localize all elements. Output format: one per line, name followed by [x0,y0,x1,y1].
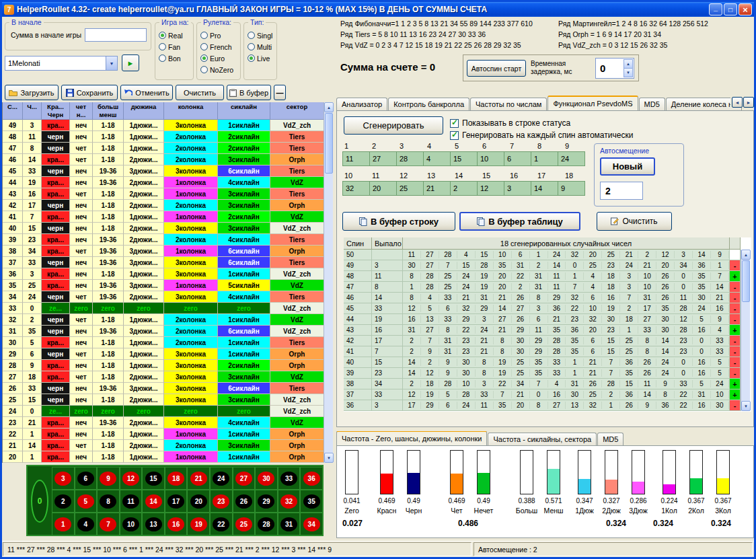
history-row[interactable]: 3525кра...неч19-363дюжи...1колонка5сикла… [3,280,324,291]
history-row[interactable]: 330ze...zerozerozerozerozeroVdZ_zch [3,303,324,314]
autoshift-input[interactable]: 2 [600,182,643,200]
history-header-4[interactable]: большменш [93,102,124,120]
board-number-35[interactable]: 35 [300,490,323,513]
history-row[interactable]: 201кра...неч1-181дюжи...1колонка1сиклайн… [3,451,324,463]
history-header-1[interactable]: Ч... [23,102,42,120]
history-row[interactable]: 4533черннеч19-363дюжи...3колонка6сиклайн… [3,165,324,177]
history-row[interactable]: 3923кра...неч19-362дюжи...2колонка4сикла… [3,234,324,246]
spinner-up-icon[interactable] [623,59,633,69]
new-button[interactable]: Новый [600,157,655,176]
history-row[interactable]: 3733черннеч19-363дюжи...3колонка6сиклайн… [3,257,324,268]
history-row[interactable]: 3834кра...чет19-363дюжи...1колонка6сикла… [3,246,324,257]
board-number-24[interactable]: 24 [210,467,233,490]
radio-option-Euro[interactable]: Euro [200,52,239,64]
history-header-7[interactable]: сиклайн [218,102,270,120]
board-number-31[interactable]: 31 [278,513,301,535]
result-row[interactable]: 417293123218302928356152581423033- [344,346,741,357]
board-number-13[interactable]: 13 [142,513,165,535]
history-row[interactable]: 478чернчет1-181дюжи...2колонка2сиклайнTi… [3,143,324,154]
board-number-23[interactable]: 23 [210,490,233,513]
board-number-2[interactable]: 2 [52,490,75,513]
generate-button[interactable]: Сгенерировать [344,116,443,135]
history-row[interactable]: 240ze...zerozerozerozerozeroVdZ_zch [3,406,324,417]
radio-option-Bon[interactable]: Bon [159,52,192,64]
history-row[interactable]: 221кра...неч1-181дюжи...1колонка1сиклайн… [3,428,324,440]
preset-combobox[interactable]: 1Melonati [5,56,118,71]
result-row[interactable]: 478128252419202311174183102603514- [344,282,741,293]
checkbox-checked-icon[interactable] [450,119,459,128]
buffer-row-button[interactable]: В буфер строку [342,212,455,231]
history-header-3[interactable]: четн... [70,102,93,120]
history-row[interactable]: 4217черннеч1-182дюжи...2колонка3сиклайнO… [3,200,324,211]
tab-Анализатор[interactable]: Анализатор [336,98,387,110]
collapse-button[interactable]: — [274,85,286,100]
result-row[interactable]: 37331219528337210163025236148223110+ [344,389,741,400]
play-button[interactable] [122,54,139,71]
buffer-table-button[interactable]: В буфер таблицу [459,212,580,231]
result-row[interactable]: 46148433213121268293261673126113021- [344,293,741,303]
checkbox-show-status[interactable]: Показывать в строке статуса [450,118,570,128]
history-row[interactable]: 3135черннеч19-363дюжи...2колонка6сиклайн… [3,326,324,337]
radio-option-French[interactable]: French [200,41,239,52]
result-row[interactable]: 3834218281032234743126281511933524+ [344,379,741,389]
tab-Функционал PsevdoMS[interactable]: Функционал PsevdoMS [547,96,638,110]
result-row[interactable]: 4316312782224212911353620231333028164+ [344,325,741,336]
scroll-down-icon[interactable] [741,401,751,411]
checkbox-checked-icon[interactable] [450,131,459,140]
history-row[interactable]: 305кра...неч1-181дюжи...2колонка1сиклайн… [3,337,324,348]
board-number-11[interactable]: 11 [120,490,143,513]
history-row[interactable]: 2321кра...неч19-362дюжи...3колонка4сикла… [3,417,324,428]
radio-option-Pro[interactable]: Pro [200,30,239,41]
history-header-5[interactable]: дюжина [124,102,164,120]
history-header-6[interactable]: колонка [164,102,218,120]
maximize-icon[interactable] [724,3,737,15]
chevron-down-icon[interactable] [106,57,117,70]
spinner-down-icon[interactable] [623,68,633,77]
board-number-25[interactable]: 25 [233,513,256,535]
history-header-2[interactable]: Кра...Черн [42,102,70,120]
scroll-down-icon[interactable] [324,453,334,463]
radio-option-Singl[interactable]: Singl [248,30,275,41]
history-row[interactable]: 289кра...неч1-181дюжи...3колонка2сиклайн… [3,360,324,371]
history-row[interactable]: 296чернчет1-181дюжи...3колонка1сиклайнOr… [3,348,324,360]
history-row[interactable]: 2114кра...чет1-182дюжи...2колонка3сиклай… [3,440,324,451]
board-number-36[interactable]: 36 [300,467,323,490]
history-row[interactable]: 2515черннеч1-182дюжи...3колонка3сиклайнV… [3,394,324,406]
history-row[interactable]: 4316кра...чет1-182дюжи...1колонка3сиклай… [3,188,324,200]
result-row[interactable]: 441916133329327266212332301827301259- [344,314,741,325]
tab-Частоты по числам[interactable]: Частоты по числам [470,98,547,110]
tab-scroll-right-icon[interactable] [743,97,754,108]
board-number-16[interactable]: 16 [165,513,188,535]
tab-Контроль банкролла[interactable]: Контроль банкролла [388,98,469,110]
history-row[interactable]: 493кра...неч1-181дюжи...3колонка1сиклайн… [3,120,324,131]
board-number-14[interactable]: 14 [142,490,165,513]
board-number-27[interactable]: 27 [233,467,256,490]
result-row[interactable]: 401514293081925353312173626240165- [344,357,741,368]
radio-option-Fan[interactable]: Fan [159,41,192,52]
history-row[interactable]: 4811черннеч1-181дюжи...2колонка2сиклайнT… [3,131,324,143]
board-number-1[interactable]: 1 [52,513,75,535]
history-row[interactable]: 363кра...неч1-181дюжи...3колонка1сиклайн… [3,268,324,280]
history-row[interactable]: 417кра...неч1-181дюжи...1колонка2сиклайн… [3,211,324,223]
result-row[interactable]: 49330277152835312140252324212034361- [344,260,741,271]
load-button[interactable]: Загрузить [5,85,59,100]
scroll-up-icon[interactable] [324,102,334,112]
board-number-22[interactable]: 22 [210,513,233,535]
board-number-15[interactable]: 15 [142,467,165,490]
title-bar[interactable]: HelperRoullet 4.32- create helperroullet… [2,2,754,17]
board-number-29[interactable]: 29 [255,490,278,513]
board-number-18[interactable]: 18 [165,467,188,490]
start-sum-input[interactable] [85,28,147,42]
to-buffer-button[interactable]: В буфер [227,85,271,100]
board-number-32[interactable]: 32 [278,490,301,513]
delay-spinner[interactable]: 0 [595,58,634,79]
history-header-0[interactable]: С... [3,102,23,120]
minimize-icon[interactable] [709,3,722,15]
result-row[interactable]: 50112728415106124322025212123149 [344,250,741,260]
result-row[interactable]: 36317296241135208271332126936221630- [344,400,741,411]
result-row[interactable]: 4217273123218302928356152581423033- [344,336,741,346]
board-number-26[interactable]: 26 [233,490,256,513]
scroll-thumb[interactable] [325,113,333,174]
history-row[interactable]: 4614кра...чет1-182дюжи...2колонка3сиклай… [3,154,324,165]
board-number-20[interactable]: 20 [187,490,210,513]
